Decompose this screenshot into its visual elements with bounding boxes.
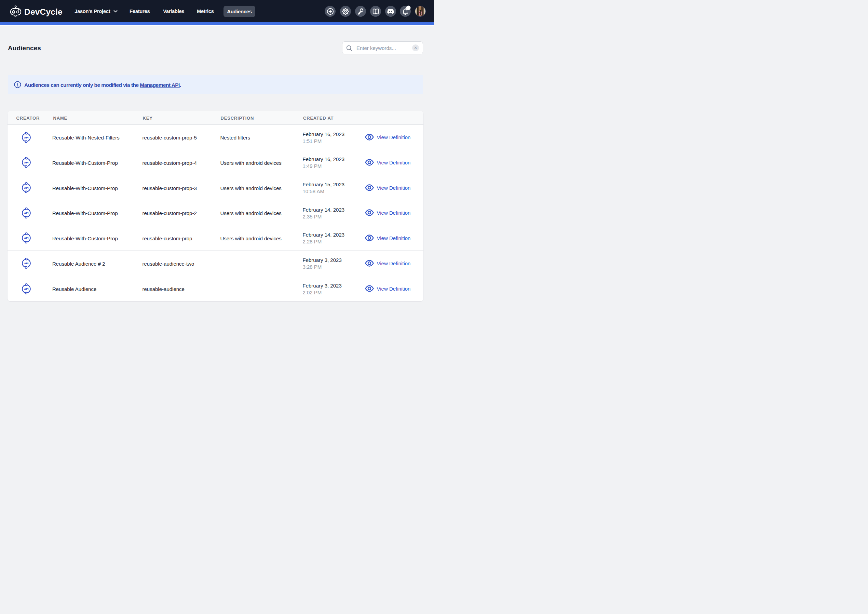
svg-text:API: API bbox=[24, 262, 28, 265]
svg-text:API: API bbox=[24, 288, 28, 291]
svg-text:API: API bbox=[24, 211, 28, 215]
svg-text:API: API bbox=[24, 187, 28, 190]
svg-text:API: API bbox=[24, 236, 28, 239]
svg-text:API: API bbox=[24, 136, 28, 139]
svg-text:API: API bbox=[24, 161, 28, 164]
